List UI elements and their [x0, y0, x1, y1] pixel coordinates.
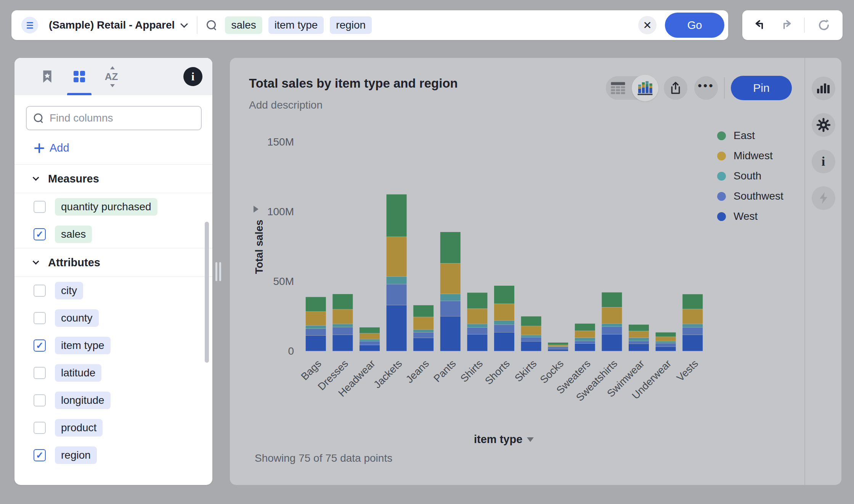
find-columns-input[interactable]	[50, 112, 194, 124]
column-pill[interactable]: region	[55, 446, 97, 464]
checkbox-checked[interactable]: ✓	[34, 339, 46, 352]
bar-segment-east[interactable]	[413, 305, 433, 317]
checkbox-checked[interactable]: ✓	[34, 228, 46, 240]
bar-segment-south[interactable]	[602, 324, 622, 326]
bar-segment-southwest[interactable]	[387, 284, 407, 305]
bar-segment-west[interactable]	[629, 344, 649, 351]
column-pill[interactable]: city	[55, 282, 83, 299]
bar-segment-midwest[interactable]	[521, 326, 541, 335]
bar-socks[interactable]	[548, 342, 568, 351]
bar-shorts[interactable]	[494, 286, 514, 351]
data-source-selector[interactable]: (Sample) Retail - Apparel	[49, 19, 175, 31]
add-description[interactable]: Add description	[249, 99, 323, 111]
sidebar-scrollbar[interactable]	[205, 222, 209, 363]
bar-pants[interactable]	[440, 232, 461, 351]
checkbox-unchecked[interactable]: ✓	[34, 312, 46, 324]
bar-segment-east[interactable]	[467, 293, 487, 308]
bar-segment-east[interactable]	[306, 297, 326, 312]
undo-icon[interactable]	[754, 19, 767, 32]
bar-segment-southwest[interactable]	[548, 347, 568, 349]
checkbox-unchecked[interactable]: ✓	[34, 422, 46, 434]
bar-segment-south[interactable]	[629, 338, 649, 341]
bar-segment-east[interactable]	[360, 327, 380, 333]
spotiq-lightning-icon[interactable]	[812, 186, 835, 210]
bar-segment-west[interactable]	[413, 338, 433, 351]
bar-segment-southwest[interactable]	[682, 327, 703, 334]
share-icon[interactable]	[664, 76, 687, 100]
reset-icon[interactable]	[817, 18, 831, 32]
bar-segment-east[interactable]	[656, 333, 676, 337]
bar-dresses[interactable]	[332, 294, 353, 351]
add-column-button[interactable]: Add	[34, 142, 212, 154]
bar-segment-east[interactable]	[682, 294, 703, 309]
bar-segment-south[interactable]	[332, 324, 353, 327]
bar-segment-southwest[interactable]	[413, 333, 433, 338]
bar-segment-southwest[interactable]	[521, 337, 541, 341]
bar-segment-midwest[interactable]	[494, 304, 514, 320]
bar-segment-west[interactable]	[521, 341, 541, 351]
bar-segment-east[interactable]	[440, 232, 461, 263]
bar-segment-south[interactable]	[575, 338, 595, 341]
bar-shirts[interactable]	[467, 293, 487, 351]
chart-view-icon[interactable]	[632, 75, 658, 101]
section-header-attributes[interactable]: Attributes	[14, 248, 212, 277]
x-axis-title[interactable]: item type	[474, 433, 534, 446]
bar-segment-south[interactable]	[656, 341, 676, 343]
bar-jackets[interactable]	[387, 194, 407, 351]
bar-segment-west[interactable]	[548, 349, 568, 351]
bar-segment-west[interactable]	[575, 344, 595, 351]
bar-segment-southwest[interactable]	[440, 301, 461, 316]
bar-segment-southwest[interactable]	[656, 343, 676, 347]
checkbox-unchecked[interactable]: ✓	[34, 285, 46, 297]
stacked-bar-chart[interactable]: 050M100M150MBagsDressesHeadwearJacketsJe…	[234, 126, 802, 472]
tab-favorites[interactable]	[31, 58, 63, 95]
bar-segment-midwest[interactable]	[306, 312, 326, 325]
data-panel-toggle-icon[interactable]	[21, 17, 38, 34]
tab-all-columns[interactable]	[63, 58, 95, 95]
bar-segment-west[interactable]	[440, 317, 461, 351]
search-input[interactable]: salesitem typeregion	[207, 10, 638, 40]
bar-segment-south[interactable]	[440, 294, 461, 301]
bar-segment-east[interactable]	[575, 324, 595, 331]
redo-icon[interactable]	[779, 19, 792, 32]
bar-segment-west[interactable]	[467, 334, 487, 351]
column-pill[interactable]: latitude	[55, 364, 101, 382]
bar-segment-midwest[interactable]	[387, 237, 407, 277]
bar-segment-west[interactable]	[306, 336, 326, 351]
bar-segment-midwest[interactable]	[575, 331, 595, 338]
column-pill[interactable]: item type	[55, 337, 111, 354]
clear-search-button[interactable]: ✕	[638, 16, 657, 34]
chart-config-gear-icon[interactable]	[812, 113, 835, 137]
bar-segment-southwest[interactable]	[332, 327, 353, 335]
column-pill[interactable]: longitude	[55, 392, 111, 409]
search-token[interactable]: item type	[268, 16, 324, 34]
bar-segment-midwest[interactable]	[332, 309, 353, 324]
bar-segment-south[interactable]	[682, 324, 703, 327]
tab-sort-az[interactable]: AZ	[95, 58, 127, 95]
bar-segment-midwest[interactable]	[467, 309, 487, 324]
bar-underwear[interactable]	[656, 333, 676, 351]
bar-segment-southwest[interactable]	[306, 329, 326, 335]
bar-skirts[interactable]	[521, 317, 541, 351]
bar-segment-southwest[interactable]	[602, 327, 622, 334]
checkbox-unchecked[interactable]: ✓	[34, 394, 46, 406]
bar-segment-west[interactable]	[360, 345, 380, 351]
bar-segment-south[interactable]	[521, 335, 541, 337]
bar-segment-southwest[interactable]	[360, 341, 380, 345]
bar-segment-southwest[interactable]	[494, 325, 514, 332]
panel-resize-handle[interactable]	[215, 262, 223, 281]
bar-segment-west[interactable]	[332, 335, 353, 351]
bar-segment-south[interactable]	[360, 339, 380, 341]
bar-segment-midwest[interactable]	[629, 331, 649, 338]
search-token[interactable]: sales	[225, 16, 262, 34]
bar-segment-midwest[interactable]	[682, 309, 703, 324]
bar-segment-midwest[interactable]	[413, 317, 433, 329]
bar-segment-midwest[interactable]	[602, 307, 622, 323]
bar-segment-south[interactable]	[306, 326, 326, 329]
bar-sweaters[interactable]	[575, 324, 595, 351]
checkbox-unchecked[interactable]: ✓	[34, 201, 46, 213]
bar-segment-east[interactable]	[332, 294, 353, 309]
bar-vests[interactable]	[682, 294, 703, 351]
chart-type-icon[interactable]	[812, 77, 835, 100]
column-pill[interactable]: sales	[55, 226, 92, 243]
